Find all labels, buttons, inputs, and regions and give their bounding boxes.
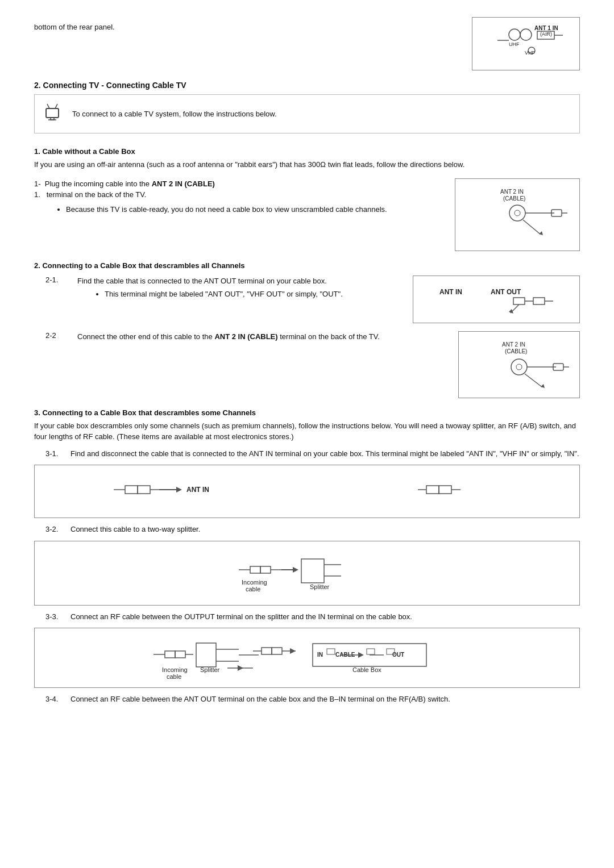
step-1-1-block: 1- Plug the incoming cable into the ANT …: [34, 178, 580, 251]
ant1-diagram: ANT 1 IN (AIR) UHF VHF: [472, 17, 580, 70]
svg-point-18: [515, 210, 520, 216]
step-2-1-label: 2-1.: [45, 276, 66, 284]
svg-rect-43: [138, 486, 150, 494]
step-3-4: 3-4. Connect an RF cable between the ANT…: [45, 694, 580, 705]
step-3-3-text: Connect an RF cable between the OUTPUT t…: [70, 611, 412, 623]
step-2-2-block: 2-2 Connect the other end of this cable …: [45, 331, 580, 398]
svg-rect-81: [327, 649, 335, 654]
svg-rect-64: [165, 651, 175, 658]
svg-text:Splitter: Splitter: [310, 583, 330, 590]
notice-box: To connect to a cable TV system, follow …: [34, 94, 580, 133]
ant2in-diagram: ANT 2 IN (CABLE): [455, 178, 580, 251]
svg-text:Splitter: Splitter: [200, 666, 220, 673]
step-3-1-svg: ANT IN: [108, 474, 506, 508]
ant-in-out-svg: ANT IN ANT OUT: [422, 282, 570, 316]
svg-text:Incoming: Incoming: [242, 579, 267, 586]
subsection3-title: 3. Connecting to a Cable Box that descra…: [34, 408, 580, 417]
cable-tv-icon-svg: [44, 102, 64, 122]
svg-rect-68: [196, 643, 216, 667]
step-3-1: 3-1. Find and disconnect the cable that …: [45, 448, 580, 460]
step-3-1-label: 3-1.: [45, 448, 66, 460]
svg-line-11: [47, 104, 49, 108]
step-3-2-text: Connect this cable to a two-way splitter…: [70, 524, 200, 535]
step-2-1-bullet: This terminal might be labeled "ANT OUT"…: [105, 289, 401, 300]
step-2-1-block: 2-1. Find the cable that is connected to…: [45, 276, 580, 323]
step-3-1-text: Find and disconnect the cable that is co…: [70, 448, 579, 460]
svg-rect-28: [533, 298, 545, 304]
svg-rect-26: [513, 298, 525, 304]
svg-text:cable: cable: [167, 673, 181, 680]
svg-text:(CABLE): (CABLE): [503, 195, 525, 202]
ant1-diagram-svg: ANT 1 IN (AIR) UHF VHF: [480, 23, 571, 63]
svg-text:IN: IN: [317, 652, 323, 658]
subsection1-body: If you are using an off-air antenna (suc…: [34, 159, 580, 170]
svg-rect-66: [175, 651, 185, 658]
svg-rect-50: [439, 486, 451, 494]
step-1-1-bullet: Because this TV is cable-ready, you do n…: [66, 204, 443, 215]
svg-text:UHF: UHF: [509, 41, 520, 47]
svg-marker-76: [290, 648, 296, 654]
svg-point-17: [509, 205, 525, 221]
ant2in-diagram2: ANT 2 IN (CABLE): [458, 331, 580, 398]
ant-in-out-diagram: ANT IN ANT OUT: [413, 276, 580, 323]
svg-rect-54: [260, 566, 271, 573]
section2-title: 2. Connecting TV - Connecting Cable TV: [34, 81, 580, 90]
notice-icon: [44, 102, 64, 126]
svg-rect-52: [250, 566, 260, 573]
step-2-2-text: Connect the other end of this cable to t…: [77, 331, 447, 343]
svg-rect-82: [367, 649, 375, 654]
top-text: bottom of the rear panel.: [34, 17, 115, 31]
svg-line-39: [525, 374, 542, 387]
svg-marker-57: [293, 567, 298, 573]
step-3-1-diagram: ANT IN: [34, 465, 580, 518]
svg-point-1: [520, 29, 532, 40]
svg-line-12: [55, 104, 57, 108]
notice-text: To connect to a cable TV system, follow …: [72, 110, 277, 118]
svg-marker-85: [358, 652, 364, 658]
svg-point-0: [509, 29, 520, 40]
svg-point-34: [511, 359, 527, 375]
step-3-3-svg: IN CABLE OUT Incoming cable Splitter Cab…: [108, 635, 506, 681]
step-3-4-label: 3-4.: [45, 694, 66, 705]
step-3-2-svg: Incoming cable Splitter: [165, 550, 449, 596]
ant2in-diagram2-svg: ANT 2 IN (CABLE): [468, 339, 570, 390]
svg-text:ANT IN: ANT IN: [186, 486, 209, 494]
svg-rect-72: [262, 648, 272, 654]
top-section: bottom of the rear panel. ANT 1 IN (AIR)…: [34, 17, 580, 70]
svg-rect-74: [272, 648, 282, 654]
subsection1-title: 1. Cable without a Cable Box: [34, 147, 580, 156]
step-2-1-text: Find the cable that is connected to the …: [77, 276, 401, 300]
step-3-3-label: 3-3.: [45, 611, 66, 623]
svg-text:(CABLE): (CABLE): [505, 348, 527, 354]
svg-text:ANT 1 IN: ANT 1 IN: [534, 25, 558, 31]
step-3-2-label: 3-2.: [45, 524, 66, 535]
subsection3-body: If your cable box descrambles only some …: [34, 420, 580, 443]
svg-text:ANT 2 IN: ANT 2 IN: [502, 341, 525, 348]
svg-point-35: [516, 364, 522, 370]
svg-text:ANT 2 IN: ANT 2 IN: [500, 189, 524, 195]
step-3-3-diagram: IN CABLE OUT Incoming cable Splitter Cab…: [34, 628, 580, 688]
svg-rect-58: [301, 559, 324, 583]
step-3-2: 3-2. Connect this cable to a two-way spl…: [45, 524, 580, 535]
svg-text:Incoming: Incoming: [162, 666, 188, 673]
step-3-3: 3-3. Connect an RF cable between the OUT…: [45, 611, 580, 623]
step-1-1-label: 1- Plug the incoming cable into the ANT …: [34, 178, 443, 201]
svg-text:ANT OUT: ANT OUT: [491, 288, 521, 296]
ant2in-diagram-svg: ANT 2 IN (CABLE): [466, 186, 569, 243]
svg-rect-41: [125, 486, 138, 494]
step-3-2-diagram: Incoming cable Splitter: [34, 541, 580, 606]
step-2-1-main: Find the cable that is connected to the …: [77, 276, 401, 287]
subsection2-title: 2. Connecting to a Cable Box that descra…: [34, 261, 580, 270]
step-3-4-text: Connect an RF cable between the ANT OUT …: [70, 694, 450, 705]
step-1-1-text: 1- Plug the incoming cable into the ANT …: [34, 178, 443, 215]
svg-line-22: [523, 220, 540, 234]
svg-text:ANT IN: ANT IN: [439, 288, 462, 296]
svg-text:Cable Box: Cable Box: [352, 666, 381, 673]
svg-rect-48: [426, 486, 439, 494]
svg-rect-10: [46, 108, 59, 118]
svg-text:cable: cable: [246, 586, 260, 592]
step-2-2-label: 2-2: [45, 331, 66, 340]
svg-text:(AIR): (AIR): [540, 31, 552, 37]
svg-text:VHF: VHF: [525, 50, 536, 56]
svg-marker-46: [176, 487, 182, 493]
